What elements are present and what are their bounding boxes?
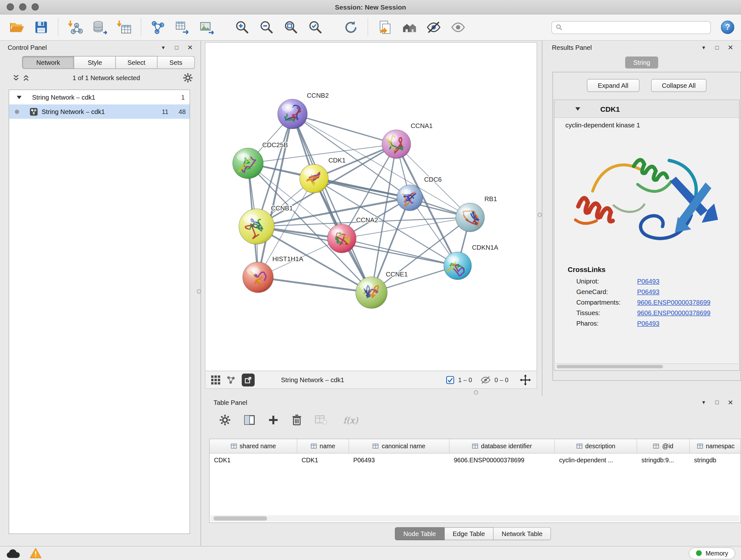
- selected-indicator-button[interactable]: [446, 376, 455, 384]
- tab-sets[interactable]: Sets: [157, 56, 195, 69]
- column-header-id[interactable]: @id: [637, 439, 690, 453]
- network-edge[interactable]: [258, 114, 293, 277]
- new-network-from-table-button[interactable]: [172, 17, 192, 37]
- memory-button[interactable]: Memory: [689, 547, 735, 559]
- table-horizontal-scrollbar[interactable]: [211, 515, 740, 522]
- network-edge[interactable]: [293, 114, 397, 144]
- tree-collapse-icon[interactable]: [17, 96, 22, 99]
- zoom-out-button[interactable]: [257, 17, 277, 37]
- splitter-handle-right[interactable]: [538, 212, 542, 217]
- network-node-ccne1[interactable]: [356, 277, 387, 308]
- table-cell[interactable]: CDK1: [297, 456, 349, 464]
- tab-style[interactable]: Style: [74, 56, 116, 69]
- network-tree-root-row[interactable]: String Network – cdk1 1: [9, 90, 190, 105]
- column-header-shared-name[interactable]: shared name: [210, 439, 297, 453]
- network-options-button[interactable]: [183, 72, 193, 83]
- zoom-fit-button[interactable]: [281, 17, 301, 37]
- crosslink-link[interactable]: 9606.ENSP00000378699: [637, 298, 711, 308]
- network-canvas[interactable]: CCNB2CCNA1CDC25BCDK1CDC6RB1CCNB1CCNA2CDK…: [205, 43, 537, 371]
- splitter-handle-left[interactable]: [197, 289, 201, 294]
- tab-select[interactable]: Select: [116, 56, 157, 69]
- home-networks-button[interactable]: [399, 17, 419, 37]
- crosslink-link[interactable]: P06493: [637, 319, 660, 329]
- network-edge[interactable]: [293, 114, 372, 293]
- table-cell[interactable]: stringdb: [690, 456, 741, 464]
- tab-network-table[interactable]: Network Table: [494, 527, 551, 541]
- results-horizontal-scrollbar[interactable]: [555, 364, 738, 369]
- birds-eye-view-button[interactable]: [226, 375, 236, 384]
- panel-collapse-icon[interactable]: ▾: [158, 43, 169, 52]
- crosslink-link[interactable]: P06493: [637, 287, 660, 298]
- open-session-button[interactable]: [7, 17, 27, 37]
- panel-collapse-icon[interactable]: ▾: [698, 397, 710, 407]
- hidden-indicator-button[interactable]: [481, 376, 491, 384]
- collapse-gene-icon[interactable]: [576, 107, 580, 111]
- scrollbar-thumb[interactable]: [557, 365, 663, 368]
- table-cell[interactable]: 9606.ENSP00000378699: [450, 456, 555, 464]
- zoom-in-button[interactable]: [232, 17, 253, 37]
- add-column-button[interactable]: [268, 415, 279, 425]
- tab-network[interactable]: Network: [22, 56, 74, 69]
- cloud-status-button[interactable]: [6, 548, 20, 558]
- table-row[interactable]: CDK1CDK1P064939606.ENSP00000378699cyclin…: [210, 454, 741, 467]
- column-header-description[interactable]: description: [555, 439, 637, 453]
- panel-float-icon[interactable]: □: [711, 43, 723, 52]
- network-tree-child-row[interactable]: String Network – cdk1 11 48: [9, 105, 190, 119]
- panel-collapse-icon[interactable]: ▾: [698, 43, 710, 52]
- table-cell[interactable]: stringdb:9...: [637, 456, 690, 464]
- panel-close-icon[interactable]: ✕: [725, 397, 736, 407]
- help-button[interactable]: ?: [721, 21, 734, 34]
- detach-view-button[interactable]: [242, 373, 255, 386]
- delete-column-button[interactable]: [292, 415, 302, 426]
- fit-content-button[interactable]: [520, 374, 531, 385]
- show-columns-button[interactable]: [244, 415, 255, 426]
- network-edge[interactable]: [342, 239, 458, 266]
- collapse-all-button[interactable]: Collapse All: [651, 79, 706, 92]
- network-node-ccnb2[interactable]: [278, 99, 307, 129]
- panel-float-icon[interactable]: □: [171, 43, 183, 52]
- table-cell[interactable]: CDK1: [210, 456, 297, 464]
- export-image-button[interactable]: [197, 17, 217, 37]
- new-network-button[interactable]: [148, 17, 168, 37]
- column-header-name[interactable]: name: [297, 439, 349, 453]
- warnings-button[interactable]: [30, 548, 42, 558]
- crosslink-link[interactable]: 9606.ENSP00000378699: [637, 308, 711, 319]
- network-node-ccna2[interactable]: [327, 224, 356, 253]
- network-node-ccna1[interactable]: [382, 130, 411, 159]
- search-input[interactable]: [565, 23, 707, 32]
- gene-section-header[interactable]: CDK1: [554, 100, 739, 118]
- panel-close-icon[interactable]: ✕: [185, 43, 196, 52]
- panel-float-icon[interactable]: □: [711, 397, 723, 407]
- scrollbar-thumb[interactable]: [213, 516, 267, 521]
- expand-all-button[interactable]: Expand All: [587, 79, 639, 92]
- collapse-all-networks-button[interactable]: [12, 74, 20, 81]
- crosslink-link[interactable]: P06493: [637, 276, 660, 287]
- table-cell[interactable]: cyclin-dependent ...: [555, 456, 637, 464]
- grid-view-button[interactable]: [211, 375, 220, 384]
- tab-edge-table[interactable]: Edge Table: [445, 527, 493, 541]
- table-options-button[interactable]: [219, 415, 231, 426]
- network-edge[interactable]: [258, 277, 372, 293]
- refresh-layout-button[interactable]: [341, 17, 361, 37]
- table-cell[interactable]: P06493: [349, 456, 450, 464]
- hide-selected-button[interactable]: [424, 17, 444, 37]
- panel-close-icon[interactable]: ✕: [725, 43, 736, 52]
- save-session-button[interactable]: [31, 17, 51, 37]
- copy-document-button[interactable]: [375, 17, 395, 37]
- show-all-button[interactable]: [448, 17, 468, 37]
- splitter-handle-bottom[interactable]: [474, 390, 478, 395]
- network-node-rb1[interactable]: [456, 203, 484, 232]
- network-node-cdc6[interactable]: [397, 185, 423, 211]
- import-network-from-database-button[interactable]: [90, 17, 110, 37]
- column-header-canonical-name[interactable]: canonical name: [349, 439, 450, 453]
- grid-icon: [211, 375, 220, 384]
- zoom-selected-button[interactable]: [306, 17, 326, 37]
- string-network-icon: [30, 108, 38, 116]
- tab-string[interactable]: String: [625, 57, 658, 69]
- column-header-namespac[interactable]: namespac: [690, 439, 741, 453]
- import-network-from-file-button[interactable]: [65, 17, 85, 37]
- import-table-from-file-button[interactable]: [114, 17, 134, 37]
- expand-all-networks-button[interactable]: [23, 74, 30, 81]
- tab-node-table[interactable]: Node Table: [395, 527, 445, 541]
- column-header-database-identifier[interactable]: database identifier: [450, 439, 555, 453]
